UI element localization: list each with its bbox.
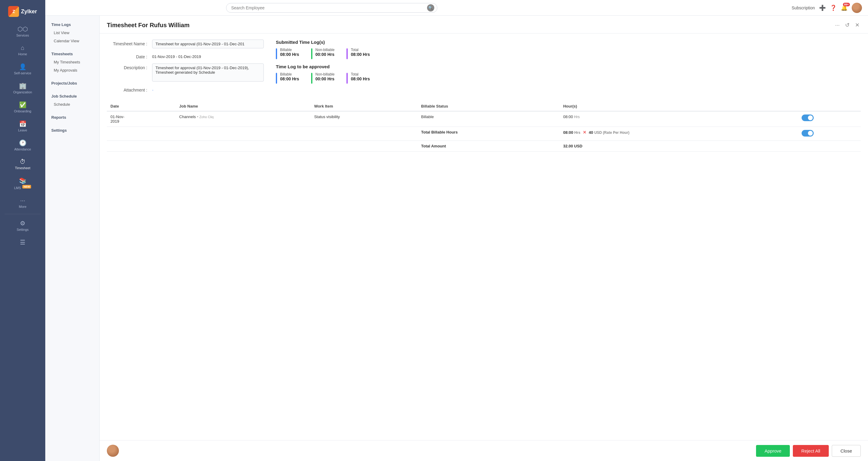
approve-billable-label: Billable <box>280 72 299 77</box>
approve-nonbillable-label: Non-billable <box>315 72 334 77</box>
sidebar-item-label: Home <box>18 52 27 56</box>
submitted-billable-label: Billable <box>280 48 299 52</box>
sidebar-item-home[interactable]: ⌂ Home <box>0 41 45 59</box>
reject-all-button[interactable]: Reject All <box>793 445 829 457</box>
sub-sidebar-section-projects: Projects/Jobs <box>45 79 99 87</box>
time-log-to-approve-title: Time Log to be approved <box>276 64 861 69</box>
sidebar-item-label: Services <box>16 33 29 37</box>
content-area: Time Logs List View Calendar View Timesh… <box>45 16 868 461</box>
help-icon-button[interactable]: ❓ <box>830 4 837 11</box>
col-work: Work Item <box>311 102 417 111</box>
sidebar-item-services[interactable]: ⬡⬡ Services <box>0 22 45 40</box>
notification-button[interactable]: 🔔 99+ <box>841 4 847 11</box>
close-panel-button[interactable]: ✕ <box>854 21 861 30</box>
panel-header-actions: ··· ↺ ✕ <box>834 21 861 30</box>
sub-sidebar-heading-settings[interactable]: Settings <box>45 126 99 135</box>
sidebar-item-leave[interactable]: 📅 Leave <box>0 117 45 135</box>
approve-nonbillable-bar <box>311 73 312 84</box>
app-logo: Z Zylker <box>8 3 37 22</box>
approve-button[interactable]: Approve <box>756 445 790 457</box>
sidebar-item-onboarding[interactable]: ✅ Onboarding <box>0 98 45 116</box>
submitted-total-label: Total <box>351 48 370 52</box>
add-icon-button[interactable]: ➕ <box>819 4 826 11</box>
approve-stats-row: Billable 08:00 Hrs Non-billable 00:00 Hr… <box>276 72 861 84</box>
col-toggle <box>798 102 861 111</box>
time-log-to-approve: Time Log to be approved Billable 08:00 H… <box>276 64 861 84</box>
sub-sidebar-heading-timesheets[interactable]: Timesheets <box>45 50 99 58</box>
sidebar-item-label: Leave <box>18 128 27 132</box>
more-options-button[interactable]: ··· <box>834 21 841 30</box>
sub-sidebar-item-myapprovals[interactable]: My Approvals <box>45 66 99 74</box>
avatar[interactable] <box>852 3 862 13</box>
main-area: 🔍 Subscription ➕ ❓ 🔔 99+ Time Logs List … <box>45 0 868 461</box>
attachment-row: Attachment : - <box>107 86 264 92</box>
notification-badge: 99+ <box>843 3 850 6</box>
sidebar-item-label: Attendance <box>14 147 31 151</box>
sidebar-item-attendance[interactable]: 🕐 Attendance <box>0 136 45 154</box>
sidebar-item-timesheet[interactable]: ⏱ Timesheet <box>0 155 45 173</box>
sidebar-item-organization[interactable]: 🏢 Organization <box>0 79 45 97</box>
total-amount-row: Total Amount 32.00 USD <box>107 141 861 152</box>
lms-icon: 📚 <box>19 177 27 184</box>
time-table: Date Job Name Work Item Billable Status … <box>107 102 861 152</box>
total-amount-value: 32.00 USD <box>560 141 798 152</box>
timesheet-name-label: Timesheet Name : <box>107 39 152 46</box>
row-date: 01-Nov-2019 <box>107 111 176 127</box>
sub-sidebar-item-calendarview[interactable]: Calendar View <box>45 37 99 45</box>
form-left: Timesheet Name : Timesheet for approval … <box>107 39 264 97</box>
sub-sidebar-heading-jobschedule[interactable]: Job Schedule <box>45 92 99 100</box>
attendance-icon: 🕐 <box>19 139 27 146</box>
sidebar-item-settings[interactable]: ⚙ Settings <box>0 217 45 234</box>
settings-icon: ⚙ <box>20 220 25 227</box>
attachment-value: - <box>152 86 153 92</box>
onboarding-icon: ✅ <box>19 101 27 109</box>
description-label: Description : <box>107 63 152 70</box>
search-input[interactable] <box>226 3 437 13</box>
sub-sidebar-item-listview[interactable]: List View <box>45 29 99 37</box>
approve-billable-stat: Billable 08:00 Hrs <box>276 72 299 84</box>
submitted-total-stat: Total 08:00 Hrs <box>346 48 370 59</box>
billable-bar <box>276 48 277 59</box>
sidebar-item-label: Organization <box>13 90 32 94</box>
sub-sidebar-item-schedule[interactable]: Schedule <box>45 100 99 109</box>
submitted-time-logs: Submitted Time Log(s) Billable 08:00 Hrs <box>276 39 861 59</box>
submitted-billable-value: 08:00 Hrs <box>280 52 299 57</box>
approve-total-bar <box>346 73 348 84</box>
sidebar-item-more[interactable]: ··· More <box>0 194 45 211</box>
sidebar-item-label: LMS NEW <box>14 185 31 190</box>
date-label: Date : <box>107 53 152 59</box>
submitted-nonbillable-label: Non-billable <box>315 48 334 52</box>
total-billable-value-cell: 08:00 Hrs ✕ 40 USD (Rate Per Hour) <box>560 127 798 141</box>
logo-text: Zylker <box>21 8 37 15</box>
timesheet-name-value: Timesheet for approval (01-Nov-2019 - 01… <box>152 39 264 48</box>
col-billable: Billable Status <box>417 102 560 111</box>
total-billable-label-cell <box>107 127 417 141</box>
footer-left <box>107 445 119 457</box>
refresh-button[interactable]: ↺ <box>844 21 851 30</box>
sidebar-item-self-service[interactable]: 👤 Self-service <box>0 60 45 78</box>
sidebar-item-lms[interactable]: 📚 LMS NEW <box>0 174 45 193</box>
services-icon: ⬡⬡ <box>18 25 28 33</box>
sub-sidebar-section-timesheets: Timesheets My Timesheets My Approvals <box>45 50 99 74</box>
form-right: Submitted Time Log(s) Billable 08:00 Hrs <box>276 39 861 97</box>
toggle-switch[interactable] <box>802 115 814 121</box>
toggle-switch-header[interactable] <box>802 130 814 137</box>
total-bar <box>346 48 348 59</box>
sidebar-item-menu[interactable]: ☰ <box>0 236 45 250</box>
approve-total-value: 08:00 Hrs <box>351 77 370 81</box>
close-button[interactable]: Close <box>832 445 861 457</box>
sidebar-item-label: Self-service <box>14 71 31 75</box>
description-value: Timesheet for approval (01-Nov-2019 - 01… <box>152 63 264 82</box>
sub-sidebar-section-reports: Reports <box>45 113 99 121</box>
submitted-total-value: 08:00 Hrs <box>351 52 370 57</box>
sub-sidebar-item-mytimesheets[interactable]: My Timesheets <box>45 58 99 66</box>
subscription-link[interactable]: Subscription <box>792 5 815 10</box>
search-button[interactable]: 🔍 <box>427 4 434 11</box>
sub-sidebar-heading-projects[interactable]: Projects/Jobs <box>45 79 99 87</box>
non-billable-bar <box>311 48 312 59</box>
submitted-nonbillable-value: 00:00 Hrs <box>315 52 334 57</box>
panel-title: Timesheet For Rufus William <box>107 22 189 29</box>
sub-sidebar-heading-timelogs[interactable]: Time Logs <box>45 21 99 29</box>
sub-sidebar-heading-reports[interactable]: Reports <box>45 113 99 121</box>
row-work-item: Status visibility <box>311 111 417 127</box>
